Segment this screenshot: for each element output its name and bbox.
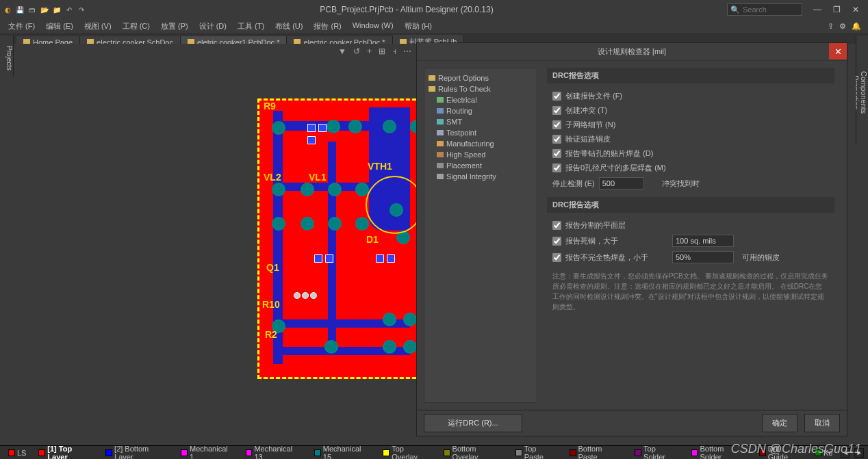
- layer-tab[interactable]: Mechanical 1: [177, 445, 237, 460]
- settings-icon[interactable]: ⚙: [839, 22, 846, 31]
- tree-item[interactable]: SMT: [427, 116, 534, 127]
- menu-item[interactable]: 文件 (F): [3, 20, 40, 33]
- right-panel-tab[interactable]: Components: [860, 40, 868, 145]
- layer-label: Bottom Paste: [578, 445, 623, 460]
- section-header-2: DRC报告选项: [547, 197, 834, 213]
- search-box[interactable]: 🔍: [727, 3, 802, 16]
- drc-checkbox[interactable]: [552, 135, 561, 144]
- layer-tab[interactable]: Ke: [810, 449, 837, 457]
- chk-thermal[interactable]: [552, 253, 561, 262]
- menu-item[interactable]: Window (W): [347, 20, 399, 33]
- align-icon[interactable]: ⫞: [392, 47, 396, 56]
- menu-item[interactable]: 视图 (V): [79, 20, 117, 33]
- more-icon[interactable]: ⋯: [403, 47, 411, 56]
- drc-checkbox[interactable]: [552, 120, 561, 129]
- stop-count-input[interactable]: [599, 177, 644, 189]
- filter-icon[interactable]: ▼: [338, 47, 346, 56]
- rule-icon: [429, 75, 435, 81]
- tree-item[interactable]: Manufacturing: [427, 138, 534, 149]
- tree-item[interactable]: Report Options: [427, 73, 534, 83]
- stop-after-label: 冲突找到时: [662, 179, 700, 189]
- tree-item[interactable]: High Speed: [427, 149, 534, 160]
- select-icon[interactable]: ↺: [353, 47, 360, 56]
- menu-item[interactable]: 布线 (U): [270, 20, 308, 33]
- layer-label: [2] Bottom Layer: [114, 445, 168, 460]
- drc-checkbox[interactable]: [552, 106, 561, 115]
- menu-item[interactable]: 编辑 (E): [40, 20, 79, 33]
- share-icon[interactable]: ⇪: [828, 22, 834, 31]
- chk-split-plane-label: 报告分割的平面层: [565, 220, 626, 231]
- dialog-close-button[interactable]: ✕: [829, 43, 847, 60]
- tree-item[interactable]: Routing: [427, 105, 534, 116]
- layer-tab[interactable]: LS: [4, 449, 30, 457]
- silk-r10: R10: [262, 299, 280, 310]
- dead-copper-input[interactable]: [672, 235, 734, 247]
- chk-dead-copper[interactable]: [552, 237, 561, 246]
- layer-swatch: [105, 449, 112, 456]
- layer-label: Bottom Solder: [700, 445, 746, 460]
- open-icon[interactable]: 📂: [40, 5, 49, 14]
- rule-icon: [437, 152, 444, 157]
- save-icon[interactable]: 💾: [15, 5, 25, 14]
- run-drc-button[interactable]: 运行DRC (R)...: [424, 414, 522, 432]
- projects-panel-tab[interactable]: Projects: [0, 36, 14, 77]
- maximize-icon[interactable]: ❐: [827, 5, 846, 14]
- layer-tab[interactable]: Bottom Overlay: [439, 445, 507, 460]
- tree-item[interactable]: Rules To Check: [427, 83, 534, 94]
- search-input[interactable]: [743, 5, 799, 14]
- cancel-button[interactable]: 取消: [804, 414, 840, 432]
- checkbox-label: 子网络细节 (N): [565, 120, 615, 130]
- menu-item[interactable]: 工程 (C): [117, 20, 155, 33]
- tree-item[interactable]: Placement: [427, 160, 534, 171]
- thermal-input[interactable]: [672, 251, 734, 263]
- menu-item[interactable]: 放置 (P): [155, 20, 194, 33]
- minimize-icon[interactable]: —: [808, 5, 827, 14]
- layer-tab[interactable]: Bottom Paste: [565, 445, 627, 460]
- tree-item[interactable]: Testpoint: [427, 127, 534, 138]
- titlebar: ◐ 💾 🗃 📂 📁 ↶ ↷ PCB_Project.PrjPcb - Altiu…: [0, 0, 868, 19]
- tree-item[interactable]: Electrical: [427, 94, 534, 105]
- pcb-board[interactable]: R9 VL2 VL1 VTH1 D1 Q1 R10 R2: [257, 99, 429, 379]
- menu-item[interactable]: 工具 (T): [232, 20, 270, 33]
- add-icon[interactable]: +: [367, 47, 372, 56]
- layer-tab[interactable]: Mechanical 15: [310, 445, 374, 460]
- undo-icon[interactable]: ↶: [64, 5, 74, 14]
- drc-checkbox[interactable]: [552, 149, 561, 158]
- layer-tab[interactable]: [2] Bottom Layer: [101, 445, 173, 460]
- layer-label: Top Paste: [524, 445, 557, 460]
- thermal-suffix: 可用的铜皮: [742, 252, 780, 263]
- layer-swatch: [314, 449, 321, 456]
- save-all-icon[interactable]: 🗃: [27, 5, 37, 14]
- drc-checkbox[interactable]: [552, 92, 561, 101]
- notify-icon[interactable]: 🔔: [852, 22, 861, 31]
- layer-tab[interactable]: Top Solder: [630, 445, 682, 460]
- rule-icon: [437, 119, 444, 124]
- grid-icon[interactable]: ⊞: [379, 47, 385, 56]
- close-icon[interactable]: ✕: [846, 5, 865, 14]
- drc-checkbox[interactable]: [552, 163, 561, 172]
- layer-next[interactable]: ►: [854, 448, 864, 458]
- menu-item[interactable]: 报告 (R): [308, 20, 346, 33]
- menu-item[interactable]: 设计 (D): [194, 20, 232, 33]
- dialog-content: DRC报告选项 创建报告文件 (F)创建冲突 (T)子网络细节 (N)验证短路铜…: [537, 68, 840, 403]
- layer-tab[interactable]: Drill Guide: [755, 445, 806, 460]
- layer-prev[interactable]: ◄: [841, 448, 850, 458]
- folder-icon[interactable]: 📁: [52, 5, 62, 14]
- layer-tab[interactable]: [1] Top Layer: [34, 445, 97, 460]
- silk-vth1: VTH1: [368, 161, 392, 172]
- ok-button[interactable]: 确定: [762, 414, 797, 432]
- redo-icon[interactable]: ↷: [77, 5, 86, 14]
- checkbox-label: 创建报告文件 (F): [565, 91, 622, 101]
- main-menu: 文件 (F)编辑 (E)视图 (V)工程 (C)放置 (P)设计 (D)工具 (…: [3, 20, 437, 33]
- layer-swatch: [444, 449, 450, 456]
- layer-swatch: [691, 449, 698, 456]
- tree-item[interactable]: Signal Integrity: [427, 171, 534, 182]
- layer-tab[interactable]: Mechanical 13: [242, 445, 306, 460]
- layer-tab[interactable]: Bottom Solder: [687, 445, 751, 460]
- layer-tab[interactable]: Top Paste: [511, 445, 561, 460]
- checkbox-label: 报告0孔径尺寸的多层焊盘 (M): [565, 163, 666, 173]
- chk-thermal-label: 报告不完全热焊盘，小于: [565, 252, 668, 263]
- layer-tab[interactable]: Top Overlay: [379, 445, 435, 460]
- menu-item[interactable]: 帮助 (H): [399, 20, 437, 33]
- chk-split-plane[interactable]: [552, 221, 561, 230]
